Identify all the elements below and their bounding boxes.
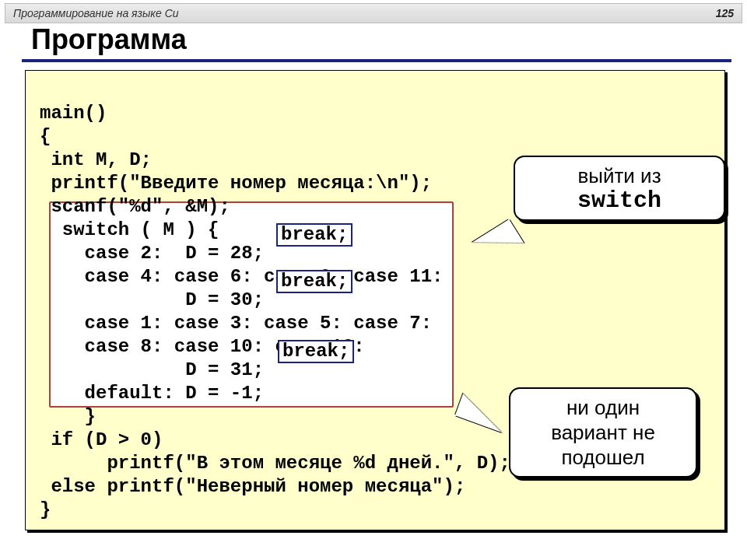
title-underline bbox=[22, 59, 731, 62]
code-line: case 1: case 3: case 5: case 7: bbox=[40, 313, 432, 334]
break-box-1: break; bbox=[276, 223, 352, 247]
code-block: main() { int M, D; printf("Введите номер… bbox=[40, 102, 510, 522]
code-line: switch ( M ) { bbox=[40, 219, 219, 240]
slide: Программирование на языке Си 125 Програм… bbox=[0, 0, 747, 560]
code-line: scanf("%d", &M); bbox=[40, 196, 230, 217]
code-line: main() bbox=[40, 103, 107, 124]
callout-text: ни один bbox=[521, 395, 685, 420]
page-number: 125 bbox=[716, 7, 734, 19]
code-line: } bbox=[40, 499, 51, 520]
break-box-2: break; bbox=[276, 270, 352, 293]
code-line: printf("В этом месяце %d дней.", D); bbox=[40, 453, 510, 474]
callout-text-mono: switch bbox=[526, 188, 713, 213]
callout-text: подошел bbox=[521, 445, 685, 470]
code-line: case 2: D = 28; bbox=[40, 243, 264, 264]
course-title: Программирование на языке Си bbox=[13, 7, 179, 19]
callout-text: выйти из bbox=[526, 163, 713, 188]
slide-header: Программирование на языке Си 125 bbox=[5, 3, 742, 23]
code-line: { bbox=[40, 126, 51, 147]
code-line: D = 31; bbox=[40, 359, 264, 380]
code-line: } bbox=[40, 406, 96, 427]
callout-exit-switch: выйти из switch bbox=[514, 156, 725, 221]
callout-no-match: ни один вариант не подошел bbox=[509, 387, 697, 478]
code-line: default: D = -1; bbox=[40, 383, 264, 404]
code-line: D = 30; bbox=[40, 289, 264, 310]
code-line: case 4: case 6: case 9: case 11: bbox=[40, 266, 443, 287]
code-line: if (D > 0) bbox=[40, 429, 163, 450]
code-line: int M, D; bbox=[40, 149, 152, 170]
code-line: else printf("Неверный номер месяца"); bbox=[40, 476, 465, 497]
code-line: printf("Введите номер месяца:\n"); bbox=[40, 173, 432, 194]
callout-text: вариант не bbox=[521, 420, 685, 445]
break-box-3: break; bbox=[278, 340, 354, 363]
section-title: Программа bbox=[31, 23, 187, 56]
